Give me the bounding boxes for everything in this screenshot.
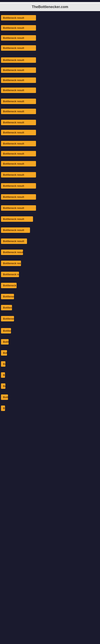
bottleneck-label-11: Bottleneck result bbox=[1, 130, 36, 135]
bottleneck-label-14: Bottleneck result bbox=[1, 161, 36, 166]
bottleneck-item-29: Bottleneck result bbox=[1, 328, 11, 334]
site-header: TheBottlenecker.com bbox=[0, 2, 100, 11]
bottleneck-label-19: Bottleneck result bbox=[1, 216, 33, 222]
bottleneck-label-15: Bottleneck result bbox=[1, 172, 36, 178]
bottleneck-label-3: Bottleneck result bbox=[1, 45, 36, 51]
bottleneck-item-22: Bottleneck result bbox=[1, 250, 23, 256]
bottleneck-item-2: Bottleneck result bbox=[1, 35, 36, 42]
bottleneck-item-5: Bottleneck result bbox=[1, 68, 36, 74]
bottleneck-label-25: Bottleneck result bbox=[1, 283, 17, 288]
bottleneck-label-36: B bbox=[1, 406, 5, 411]
bottleneck-label-12: Bottleneck result bbox=[1, 141, 36, 146]
bottleneck-item-12: Bottleneck result bbox=[1, 141, 36, 147]
bottleneck-label-16: Bottleneck result bbox=[1, 183, 36, 188]
bottleneck-item-20: Bottleneck result bbox=[1, 228, 30, 234]
site-title: TheBottlenecker.com bbox=[0, 4, 100, 10]
bottleneck-item-26: Bottleneck result bbox=[1, 294, 14, 300]
bottleneck-item-4: Bottleneck result bbox=[1, 57, 36, 64]
bottleneck-item-17: Bottleneck result bbox=[1, 194, 36, 200]
bottleneck-label-13: Bottleneck result bbox=[1, 151, 36, 156]
bottleneck-label-21: Bottleneck result bbox=[1, 238, 27, 244]
bottleneck-item-21: Bottleneck result bbox=[1, 238, 27, 245]
bottleneck-label-1: Bottleneck result bbox=[1, 25, 36, 30]
bottleneck-item-1: Bottleneck result bbox=[1, 25, 36, 32]
bottleneck-label-20: Bottleneck result bbox=[1, 228, 30, 233]
bottleneck-item-9: Bottleneck result bbox=[1, 109, 36, 115]
bottleneck-item-15: Bottleneck result bbox=[1, 172, 36, 178]
bottleneck-label-23: Bottleneck result bbox=[1, 260, 21, 266]
bottleneck-label-9: Bottleneck result bbox=[1, 109, 36, 114]
bottleneck-item-34: Bo bbox=[1, 384, 5, 390]
bottleneck-label-5: Bottleneck result bbox=[1, 68, 36, 73]
bottleneck-label-30: Bottleneck r bbox=[1, 339, 9, 344]
bottleneck-label-27: Bottleneck result bbox=[1, 305, 12, 310]
bottleneck-label-0: Bottleneck result bbox=[1, 15, 36, 20]
bottleneck-item-35: Bottle bbox=[1, 394, 8, 401]
main-container: TheBottlenecker.com Bottleneck resultBot… bbox=[0, 0, 100, 644]
bottleneck-label-29: Bottleneck result bbox=[1, 328, 11, 334]
bottleneck-label-8: Bottleneck result bbox=[1, 98, 36, 104]
bottleneck-label-7: Bottleneck result bbox=[1, 88, 36, 93]
bottleneck-item-27: Bottleneck result bbox=[1, 305, 12, 311]
bottleneck-item-3: Bottleneck result bbox=[1, 45, 36, 52]
bottleneck-label-18: Bottleneck result bbox=[1, 205, 36, 211]
bottleneck-label-4: Bottleneck result bbox=[1, 57, 36, 63]
bottleneck-label-34: Bo bbox=[1, 384, 5, 389]
bottleneck-item-25: Bottleneck result bbox=[1, 283, 17, 289]
bottleneck-item-7: Bottleneck result bbox=[1, 88, 36, 94]
bottleneck-item-30: Bottleneck r bbox=[1, 339, 9, 345]
bottleneck-item-33: B bbox=[1, 372, 5, 378]
bottleneck-label-6: Bottleneck result bbox=[1, 78, 36, 83]
bottleneck-item-32: Bo bbox=[1, 361, 5, 368]
bottleneck-item-16: Bottleneck result bbox=[1, 183, 36, 190]
bottleneck-label-17: Bottleneck result bbox=[1, 194, 36, 200]
bottleneck-item-23: Bottleneck result bbox=[1, 260, 21, 267]
bottleneck-item-14: Bottleneck result bbox=[1, 161, 36, 167]
bottleneck-item-10: Bottleneck result bbox=[1, 120, 36, 126]
bottleneck-label-26: Bottleneck result bbox=[1, 294, 14, 299]
bottleneck-item-18: Bottleneck result bbox=[1, 205, 36, 212]
bottleneck-label-31: Bottl bbox=[1, 350, 7, 356]
bottleneck-item-19: Bottleneck result bbox=[1, 216, 33, 222]
bottleneck-label-33: B bbox=[1, 372, 5, 378]
bottleneck-item-24: Bottleneck result bbox=[1, 272, 19, 278]
bottleneck-label-24: Bottleneck result bbox=[1, 272, 19, 277]
bottleneck-item-0: Bottleneck result bbox=[1, 15, 36, 21]
bottleneck-item-13: Bottleneck result bbox=[1, 151, 36, 157]
bottleneck-label-22: Bottleneck result bbox=[1, 250, 23, 255]
bottleneck-item-31: Bottl bbox=[1, 350, 7, 356]
bottleneck-label-10: Bottleneck result bbox=[1, 120, 36, 125]
bottleneck-item-28: Bottleneck result bbox=[1, 316, 14, 322]
bottleneck-label-35: Bottle bbox=[1, 394, 8, 400]
bottleneck-item-8: Bottleneck result bbox=[1, 98, 36, 105]
bottleneck-label-32: Bo bbox=[1, 361, 5, 367]
bottleneck-item-36: B bbox=[1, 406, 5, 412]
bottleneck-label-28: Bottleneck result bbox=[1, 316, 14, 322]
bottleneck-item-6: Bottleneck result bbox=[1, 78, 36, 84]
items-container: Bottleneck resultBottleneck resultBottle… bbox=[0, 11, 100, 635]
bottleneck-item-11: Bottleneck result bbox=[1, 130, 36, 136]
bottleneck-label-2: Bottleneck result bbox=[1, 35, 36, 41]
